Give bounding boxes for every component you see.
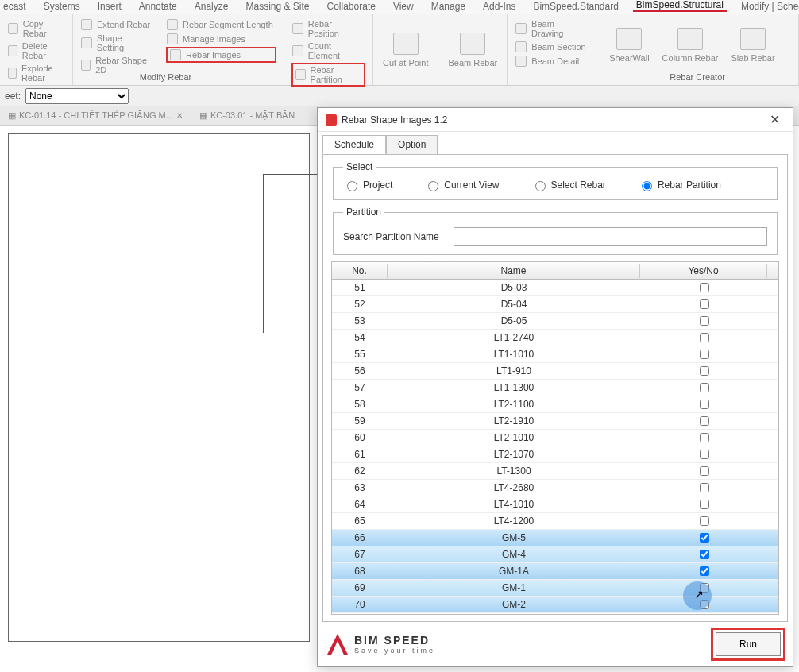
row-checkbox[interactable] — [700, 333, 709, 342]
row-checkbox[interactable] — [700, 433, 709, 442]
table-row[interactable]: 53D5-05 — [332, 313, 778, 330]
menu-item[interactable]: Systems — [41, 1, 83, 12]
menu-item[interactable]: Modify | Schedule Gra — [738, 1, 799, 12]
view-tab[interactable]: ▦KC-03.01 - MẶT BẰN — [191, 106, 303, 125]
row-checkbox[interactable] — [700, 299, 709, 309]
table-row[interactable]: 58LT2-1100 — [332, 396, 778, 413]
table-row[interactable]: 51D5-03 — [332, 280, 778, 296]
slab-rebar[interactable]: Slab Rebar — [727, 19, 780, 71]
row-checkbox[interactable] — [700, 516, 709, 526]
cell-name: LT2-1910 — [388, 415, 640, 427]
cell-no: 70 — [332, 598, 388, 611]
table-row[interactable]: 61LT2-1070 — [332, 446, 778, 463]
extend-rebar[interactable]: Extend Rebar — [81, 19, 151, 30]
table-body[interactable]: 51D5-0352D5-0453D5-0554LT1-274055LT1-101… — [332, 280, 778, 614]
copy-icon — [8, 23, 18, 34]
beam-rebar[interactable]: Beam Rebar — [438, 14, 508, 85]
rebar-images[interactable]: Rebar Images — [167, 48, 276, 62]
menu-item[interactable]: Collaborate — [324, 1, 379, 12]
dialog-titlebar[interactable]: Rebar Shape Images 1.2 ✕ — [318, 108, 793, 132]
table-row[interactable]: 62LT-1300 — [332, 463, 778, 480]
menu-item[interactable]: Manage — [428, 1, 469, 12]
run-button[interactable]: Run — [716, 632, 781, 656]
table-row[interactable]: 70GM-2 — [332, 597, 778, 613]
row-checkbox[interactable] — [700, 416, 709, 426]
table-row[interactable]: 54LT1-2740 — [332, 330, 778, 346]
search-partition-input[interactable] — [454, 227, 767, 246]
row-checkbox[interactable] — [700, 550, 709, 559]
row-checkbox[interactable] — [700, 483, 709, 492]
column-rebar[interactable]: Column Rebar — [658, 19, 724, 71]
table-row[interactable]: 69GM-1 — [332, 580, 778, 597]
beam-drawing[interactable]: Beam Drawing — [515, 19, 588, 38]
delete-rebar[interactable]: Delete Rebar — [8, 41, 64, 60]
view-tab[interactable]: ▦KC-01.14 - CHI TIẾT THÉP GIẰNG M...✕ — [0, 106, 191, 125]
sheet-select[interactable]: None — [25, 88, 129, 104]
tab-schedule[interactable]: Schedule — [322, 135, 386, 154]
rebar-position[interactable]: Rebar Position — [292, 19, 365, 38]
row-checkbox[interactable] — [700, 283, 709, 292]
menu-item[interactable]: Massing & Site — [242, 1, 312, 12]
cell-name: GM-1A — [388, 565, 640, 577]
row-checkbox[interactable] — [700, 566, 709, 576]
shape2d-icon — [81, 60, 91, 71]
cut-icon — [393, 33, 419, 55]
row-checkbox[interactable] — [700, 583, 709, 593]
table-row[interactable]: 66GM-5 — [332, 530, 778, 546]
row-checkbox[interactable] — [700, 450, 709, 459]
manage-images[interactable]: Manage Images — [167, 33, 276, 44]
radio-project[interactable]: Project — [343, 179, 392, 191]
cell-no: 54 — [332, 331, 388, 344]
row-checkbox[interactable] — [700, 366, 709, 376]
menu-item[interactable]: Insert — [95, 1, 125, 12]
shearwall[interactable]: ShearWall — [604, 19, 654, 71]
shape-setting[interactable]: Shape Setting — [81, 33, 151, 52]
cell-no: 57 — [332, 381, 388, 394]
table-row[interactable]: 64LT4-1010 — [332, 496, 778, 513]
table-row[interactable]: 63LT4-2680 — [332, 480, 778, 496]
menu-item-active[interactable]: BimSpeed.Structural — [633, 0, 727, 12]
radio-rebar-partition[interactable]: Rebar Partition — [638, 179, 721, 191]
radio-current-view[interactable]: Current View — [424, 179, 499, 191]
dialog-footer: BIM SPEED Save your time Run — [318, 627, 793, 666]
radio-select-rebar[interactable]: Select Rebar — [531, 179, 606, 191]
table-row[interactable]: 67GM-4 — [332, 546, 778, 563]
col-name[interactable]: Name — [388, 264, 640, 278]
tab-option[interactable]: Option — [386, 135, 438, 154]
row-checkbox[interactable] — [700, 500, 709, 509]
drawing-icon — [515, 23, 527, 34]
row-checkbox[interactable] — [700, 316, 709, 326]
count-element[interactable]: Count Element — [292, 41, 365, 60]
row-checkbox[interactable] — [700, 600, 709, 609]
paper-frame — [8, 133, 310, 642]
copy-rebar[interactable]: Copy Rebar — [8, 19, 64, 38]
rebar-segment-length[interactable]: Rebar Segment Length — [167, 19, 276, 30]
rebar-partition[interactable]: Rebar Partition — [292, 64, 365, 86]
table-row[interactable]: 60LT2-1010 — [332, 430, 778, 446]
table-row[interactable]: 65LT4-1200 — [332, 513, 778, 530]
row-checkbox[interactable] — [700, 533, 709, 543]
beam-section[interactable]: Beam Section — [515, 41, 588, 52]
table-row[interactable]: 59LT2-1910 — [332, 413, 778, 430]
menu-item[interactable]: ecast — [0, 1, 29, 12]
row-checkbox[interactable] — [700, 350, 709, 359]
cut-at-point[interactable]: Cut at Point — [373, 14, 438, 85]
menu-item[interactable]: Annotate — [136, 1, 180, 12]
table-row[interactable]: 52D5-04 — [332, 296, 778, 313]
row-checkbox[interactable] — [700, 466, 709, 476]
beam-detail[interactable]: Beam Detail — [515, 56, 588, 67]
col-no[interactable]: No. — [332, 264, 388, 278]
row-checkbox[interactable] — [700, 383, 709, 392]
menu-item[interactable]: Add-Ins — [480, 1, 519, 12]
close-icon[interactable]: ✕ — [176, 111, 183, 120]
row-checkbox[interactable] — [700, 400, 709, 409]
close-button[interactable]: ✕ — [765, 110, 785, 129]
menu-item[interactable]: BimSpeed.Standard — [530, 1, 621, 12]
table-row[interactable]: 56LT1-910 — [332, 363, 778, 380]
table-row[interactable]: 68GM-1A — [332, 563, 778, 580]
menu-item[interactable]: Analyze — [191, 1, 232, 12]
table-row[interactable]: 55LT1-1010 — [332, 346, 778, 363]
col-yesno[interactable]: Yes/No — [640, 264, 767, 278]
table-row[interactable]: 57LT1-1300 — [332, 380, 778, 396]
menu-item[interactable]: View — [390, 1, 417, 12]
